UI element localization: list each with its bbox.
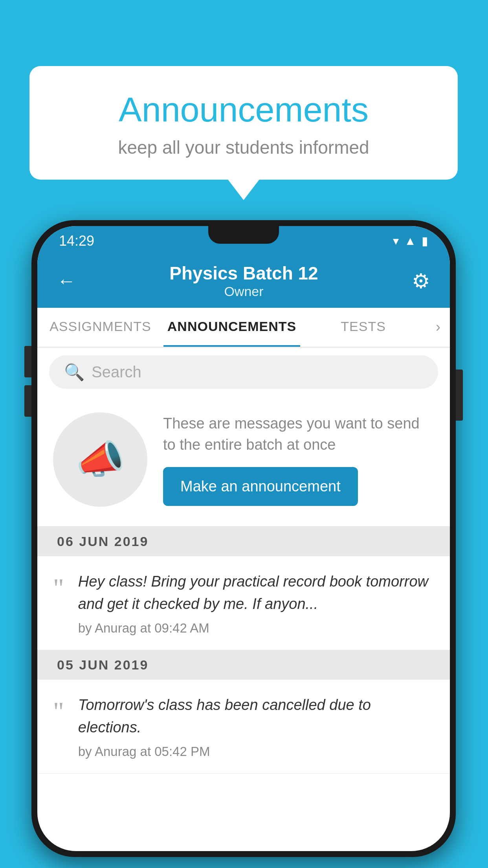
status-icons: ▾ ▲ ▮: [393, 234, 428, 248]
date-separator-1: 06 JUN 2019: [37, 527, 450, 556]
megaphone-icon: 📣: [76, 436, 125, 483]
quote-icon-2: ": [53, 698, 64, 725]
cta-right: These are messages you want to send to t…: [163, 413, 434, 506]
power-button: [456, 370, 463, 421]
announcement-meta-1: by Anurag at 09:42 AM: [78, 621, 434, 636]
wifi-icon: ▾: [393, 234, 399, 248]
header-batch-name: Physics Batch 12: [169, 263, 318, 284]
announcement-item-1: " Hey class! Bring your practical record…: [37, 556, 450, 650]
app-header: ← Physics Batch 12 Owner ⚙: [37, 256, 450, 308]
speech-bubble-container: Announcements keep all your students inf…: [29, 66, 458, 180]
cta-description: These are messages you want to send to t…: [163, 413, 434, 455]
phone-outer: 14:29 ▾ ▲ ▮ ← Physics Batch 12 Owner ⚙: [31, 220, 456, 857]
header-batch-role: Owner: [169, 284, 318, 299]
announcement-meta-2: by Anurag at 05:42 PM: [78, 744, 434, 759]
tab-assignments[interactable]: ASSIGNMENTS: [37, 308, 163, 347]
status-time: 14:29: [59, 233, 94, 249]
tab-tests[interactable]: TESTS: [300, 308, 426, 347]
speech-bubble: Announcements keep all your students inf…: [29, 66, 458, 180]
speech-bubble-subtitle: keep all your students informed: [61, 137, 426, 158]
search-bar-wrapper: 🔍 Search: [37, 348, 450, 397]
volume-down-button: [24, 385, 31, 417]
speech-bubble-title: Announcements: [61, 90, 426, 130]
search-placeholder: Search: [92, 363, 141, 381]
announcement-content-2: Tomorrow's class has been cancelled due …: [78, 694, 434, 759]
announcement-text-2: Tomorrow's class has been cancelled due …: [78, 694, 434, 739]
scrollable-content: 🔍 Search 📣 These are messages you want t…: [37, 348, 450, 851]
announcement-text-1: Hey class! Bring your practical record b…: [78, 570, 434, 615]
tabs-container: ASSIGNMENTS ANNOUNCEMENTS TESTS ›: [37, 308, 450, 348]
signal-icon: ▲: [404, 234, 416, 248]
tab-announcements[interactable]: ANNOUNCEMENTS: [163, 308, 300, 347]
announcement-content-1: Hey class! Bring your practical record b…: [78, 570, 434, 636]
megaphone-circle: 📣: [53, 412, 147, 507]
header-title-block: Physics Batch 12 Owner: [169, 263, 318, 299]
search-icon: 🔍: [64, 362, 84, 382]
quote-icon-1: ": [53, 574, 64, 601]
date-separator-2: 05 JUN 2019: [37, 650, 450, 680]
phone-wrapper: 14:29 ▾ ▲ ▮ ← Physics Batch 12 Owner ⚙: [31, 220, 456, 857]
phone-screen: 14:29 ▾ ▲ ▮ ← Physics Batch 12 Owner ⚙: [37, 226, 450, 851]
search-bar[interactable]: 🔍 Search: [49, 355, 438, 389]
phone-notch: [208, 226, 279, 244]
announcement-cta: 📣 These are messages you want to send to…: [37, 397, 450, 527]
settings-gear-icon[interactable]: ⚙: [412, 269, 430, 293]
back-button[interactable]: ←: [57, 270, 76, 292]
tab-more-button[interactable]: ›: [426, 308, 450, 347]
announcement-item-2: " Tomorrow's class has been cancelled du…: [37, 680, 450, 774]
volume-up-button: [24, 346, 31, 377]
battery-icon: ▮: [422, 234, 428, 248]
make-announcement-button[interactable]: Make an announcement: [163, 467, 358, 506]
